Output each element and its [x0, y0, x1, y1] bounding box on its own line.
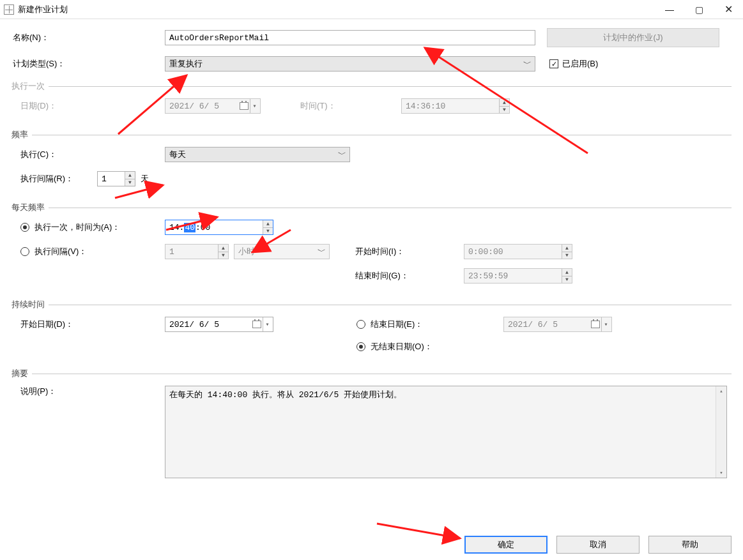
enabled-checkbox[interactable]: ✓ 已启用(B)	[549, 58, 598, 70]
chevron-down-icon: ▾	[250, 99, 259, 113]
duration-group: 持续时间 开始日期(D)： 2021/ 6/ 5 ▾ 结束日期(E)： 2021…	[11, 299, 732, 361]
radio-icon	[20, 223, 29, 232]
interval-days-value: 1	[102, 174, 107, 184]
every-n-spinner: 1 ▲▼	[165, 244, 229, 259]
description-textarea: 在每天的 14:40:00 执行。将从 2021/6/5 开始使用计划。 ▴▾	[165, 386, 727, 478]
interval-days-spinner[interactable]: 1 ▲▼	[97, 171, 135, 186]
svg-line-5	[377, 524, 460, 538]
frequency-group: 频率 执行(C)： 每天 ﹀ 执行间隔(R)： 1 ▲▼ 天	[11, 129, 732, 195]
title-bar: 新建作业计划 — ▢ ✕	[0, 0, 743, 19]
daily-frequency-group: 每天频率 执行一次，时间为(A)： 14:40:00 ▲▼ 执行间隔(V)：	[11, 202, 732, 292]
execute-label: 执行(C)：	[11, 149, 165, 160]
end-date-label: 结束日期(E)：	[371, 319, 423, 330]
spinner-buttons: ▲▼	[499, 99, 509, 113]
exec-interval-label: 执行间隔(R)：	[11, 173, 97, 185]
ok-button[interactable]: 确定	[464, 536, 548, 554]
once-date-picker: 2021/ 6/ 5 ▾	[165, 98, 261, 114]
exec-once-at-radio-row: 执行一次，时间为(A)：	[11, 222, 165, 233]
window-controls: — ▢ ✕	[655, 0, 743, 19]
start-time-picker: 0:00:00 ▲▼	[464, 244, 572, 259]
radio-icon	[20, 247, 29, 256]
exec-every-radio[interactable]: 执行间隔(V)：	[20, 246, 87, 257]
calendar-icon	[252, 321, 261, 328]
summary-legend: 摘要	[11, 368, 32, 379]
radio-icon	[356, 342, 365, 351]
every-unit-value: 小时	[238, 246, 255, 257]
spinner-buttons[interactable]: ▲▼	[263, 220, 273, 234]
start-date-value: 2021/ 6/ 5	[169, 320, 219, 329]
end-date-radio[interactable]: 结束日期(E)：	[356, 319, 423, 330]
app-icon	[4, 4, 14, 15]
radio-icon	[356, 320, 365, 329]
chevron-down-icon: ▾	[601, 317, 610, 331]
calendar-icon	[591, 321, 600, 328]
start-time-label: 开始时间(I)：	[355, 246, 464, 257]
end-date-picker: 2021/ 6/ 5 ▾	[503, 317, 612, 332]
daily-once-time-pre: 14:	[169, 223, 184, 232]
name-input[interactable]	[165, 30, 535, 45]
once-date-value: 2021/ 6/ 5	[169, 102, 219, 111]
plan-jobs-button: 计划中的作业(J)	[547, 28, 719, 47]
once-date-label: 日期(D)：	[11, 100, 165, 112]
cancel-button[interactable]: 取消	[556, 536, 640, 554]
daily-once-time-post: :00	[195, 223, 210, 232]
execute-once-legend: 执行一次	[11, 80, 49, 92]
every-unit-combo: 小时 ﹀	[234, 244, 330, 259]
schedule-type-label: 计划类型(S)：	[11, 58, 165, 70]
daily-once-time-picker[interactable]: 14:40:00 ▲▼	[165, 220, 273, 235]
end-date-value: 2021/ 6/ 5	[508, 320, 558, 329]
duration-legend: 持续时间	[11, 299, 49, 310]
frequency-legend: 频率	[11, 129, 32, 140]
close-button[interactable]: ✕	[714, 0, 743, 19]
once-time-picker: 14:36:10 ▲▼	[401, 98, 510, 114]
name-label: 名称(N)：	[11, 32, 165, 43]
exec-every-radio-row: 执行间隔(V)：	[11, 246, 165, 258]
enabled-label: 已启用(B)	[562, 58, 598, 70]
exec-once-at-radio[interactable]: 执行一次，时间为(A)：	[20, 222, 120, 233]
help-button[interactable]: 帮助	[648, 536, 732, 554]
chevron-down-icon: ﹀	[522, 58, 532, 70]
scrollbar[interactable]: ▴▾	[716, 386, 726, 478]
day-unit-label: 天	[141, 173, 149, 185]
end-time-label: 结束时间(G)：	[355, 270, 464, 282]
maximize-button[interactable]: ▢	[684, 0, 714, 19]
schedule-type-value: 重复执行	[169, 58, 203, 70]
minimize-button[interactable]: —	[655, 0, 684, 19]
spinner-buttons: ▲▼	[562, 269, 572, 283]
dialog-footer: 确定 取消 帮助	[464, 536, 732, 554]
description-text: 在每天的 14:40:00 执行。将从 2021/6/5 开始使用计划。	[169, 390, 402, 400]
summary-group: 摘要 说明(P)： 在每天的 14:40:00 执行。将从 2021/6/5 开…	[11, 368, 732, 487]
once-time-label: 时间(T)：	[299, 100, 401, 112]
spinner-buttons[interactable]: ▲▼	[125, 172, 135, 186]
once-time-value: 14:36:10	[406, 102, 445, 111]
execute-frequency-combo[interactable]: 每天 ﹀	[165, 147, 350, 162]
execute-once-group: 执行一次 日期(D)： 2021/ 6/ 5 ▾ 时间(T)： 14:36:10…	[11, 80, 732, 123]
calendar-icon	[240, 102, 249, 110]
end-time-picker: 23:59:59 ▲▼	[464, 268, 572, 284]
chevron-down-icon[interactable]: ▾	[263, 317, 272, 331]
start-date-label: 开始日期(D)：	[11, 319, 165, 330]
no-end-date-label: 无结束日期(O)：	[371, 341, 433, 352]
start-time-value: 0:00:00	[468, 247, 503, 257]
spinner-buttons: ▲▼	[562, 245, 572, 259]
spinner-buttons: ▲▼	[218, 245, 228, 259]
window-title: 新建作业计划	[18, 4, 68, 15]
chevron-down-icon: ﹀	[337, 149, 347, 160]
end-time-value: 23:59:59	[468, 271, 508, 281]
exec-once-at-label: 执行一次，时间为(A)：	[34, 222, 120, 233]
schedule-type-combo[interactable]: 重复执行 ﹀	[165, 56, 535, 72]
daily-frequency-legend: 每天频率	[11, 202, 49, 213]
daily-once-time-selected: 40	[184, 223, 195, 232]
start-date-picker[interactable]: 2021/ 6/ 5 ▾	[165, 317, 273, 332]
exec-every-label: 执行间隔(V)：	[34, 246, 87, 257]
no-end-date-radio[interactable]: 无结束日期(O)：	[356, 341, 433, 352]
check-icon: ✓	[549, 59, 558, 68]
execute-frequency-value: 每天	[169, 149, 186, 160]
description-label: 说明(P)：	[11, 386, 165, 397]
chevron-down-icon: ﹀	[316, 246, 326, 257]
every-n-value: 1	[169, 247, 174, 257]
